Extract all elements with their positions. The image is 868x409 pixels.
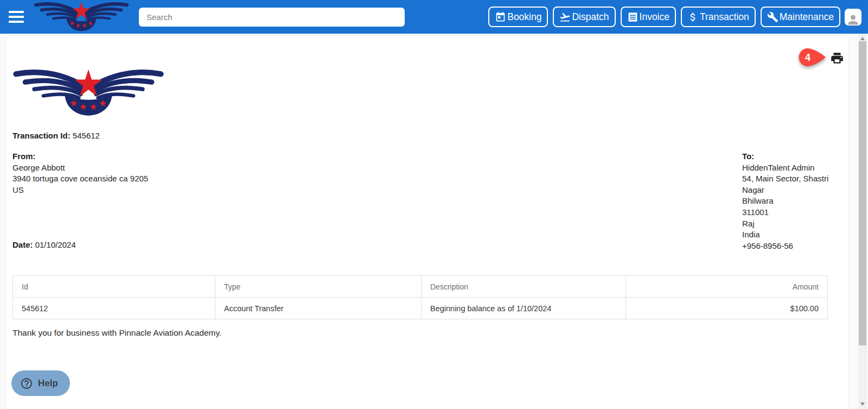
- annotation-marker-4: 4: [797, 47, 828, 71]
- date-value: 01/10/2024: [35, 240, 76, 249]
- transaction-id-line: Transaction Id: 545612: [12, 131, 100, 140]
- navbar-buttons: Booking Dispatch Invoice Transaction Mai…: [488, 7, 840, 27]
- transaction-button-label: Transaction: [700, 11, 749, 23]
- top-navbar: Booking Dispatch Invoice Transaction Mai…: [0, 0, 868, 34]
- to-zip: 311001: [742, 207, 769, 217]
- svg-text:4: 4: [805, 52, 810, 63]
- dollar-icon: [687, 11, 699, 23]
- wrench-icon: [767, 11, 778, 23]
- search-input[interactable]: [139, 8, 405, 27]
- cell-description: Beginning balance as of 1/10/2024: [422, 298, 626, 319]
- person-icon: [846, 12, 860, 26]
- receipt-icon: [627, 11, 639, 23]
- user-avatar[interactable]: [845, 9, 861, 26]
- cell-type: Account Transfer: [215, 298, 422, 319]
- to-phone: +956-8956-56: [742, 241, 793, 250]
- transaction-id-label: Transaction Id:: [12, 131, 71, 140]
- brand-logo: [34, 0, 129, 34]
- calendar-icon: [495, 11, 506, 23]
- help-button[interactable]: Help: [11, 370, 70, 396]
- print-button[interactable]: [829, 51, 845, 66]
- from-label: From:: [12, 152, 36, 161]
- from-street: 3940 tortuga cove oceanside ca 9205: [12, 174, 148, 183]
- booking-button[interactable]: Booking: [488, 7, 548, 27]
- thank-you-note: Thank you for business with Pinnacle Avi…: [12, 328, 221, 338]
- cell-id: 545612: [13, 298, 215, 319]
- print-icon: [830, 51, 844, 65]
- transaction-receipt-card: 4 Transaction Id: 545612 From: George Ab…: [5, 35, 849, 409]
- help-icon: [20, 377, 33, 390]
- invoice-button-label: Invoice: [640, 11, 669, 23]
- to-country: India: [742, 230, 760, 239]
- cell-amount: $100.00: [626, 298, 828, 319]
- scrollbar-thumb[interactable]: [859, 41, 866, 345]
- to-label: To:: [742, 152, 754, 161]
- dispatch-button[interactable]: Dispatch: [553, 7, 615, 27]
- column-header-description: Description: [422, 276, 626, 298]
- app-screen: Booking Dispatch Invoice Transaction Mai…: [0, 0, 868, 409]
- vertical-scrollbar[interactable]: [858, 34, 867, 409]
- date-label: Date:: [12, 240, 33, 249]
- to-name: HiddenTalent Admin: [742, 163, 814, 172]
- hamburger-menu-icon[interactable]: [5, 6, 27, 28]
- to-street: 54, Main Sector, Shastri Nagar: [742, 174, 828, 194]
- maintenance-button[interactable]: Maintenance: [761, 7, 840, 27]
- column-header-type: Type: [215, 276, 422, 298]
- help-button-label: Help: [38, 378, 58, 389]
- column-header-amount: Amount: [626, 276, 828, 298]
- transaction-table: Id Type Description Amount 545612 Accoun…: [12, 275, 828, 319]
- company-logo: [12, 66, 164, 116]
- scroll-down-arrow-icon[interactable]: [860, 402, 865, 406]
- table-header-row: Id Type Description Amount: [13, 276, 828, 298]
- flight-takeoff-icon: [559, 11, 571, 23]
- from-address-block: From: George Abbott 3940 tortuga cove oc…: [12, 151, 148, 196]
- transaction-id-value: 545612: [73, 131, 100, 140]
- to-address-block: To: HiddenTalent Admin 54, Main Sector, …: [742, 151, 848, 251]
- date-line: Date: 01/10/2024: [12, 240, 76, 249]
- to-state: Raj: [742, 219, 755, 228]
- column-header-id: Id: [13, 276, 215, 298]
- transaction-button[interactable]: Transaction: [681, 7, 756, 27]
- invoice-button[interactable]: Invoice: [621, 7, 676, 27]
- dispatch-button-label: Dispatch: [572, 11, 609, 23]
- from-country: US: [12, 185, 24, 194]
- scroll-up-arrow-icon[interactable]: [860, 37, 865, 40]
- table-row: 545612 Account Transfer Beginning balanc…: [13, 298, 828, 319]
- to-city: Bhilwara: [742, 196, 774, 205]
- maintenance-button-label: Maintenance: [780, 11, 834, 23]
- booking-button-label: Booking: [507, 11, 541, 23]
- from-name: George Abbott: [12, 163, 65, 172]
